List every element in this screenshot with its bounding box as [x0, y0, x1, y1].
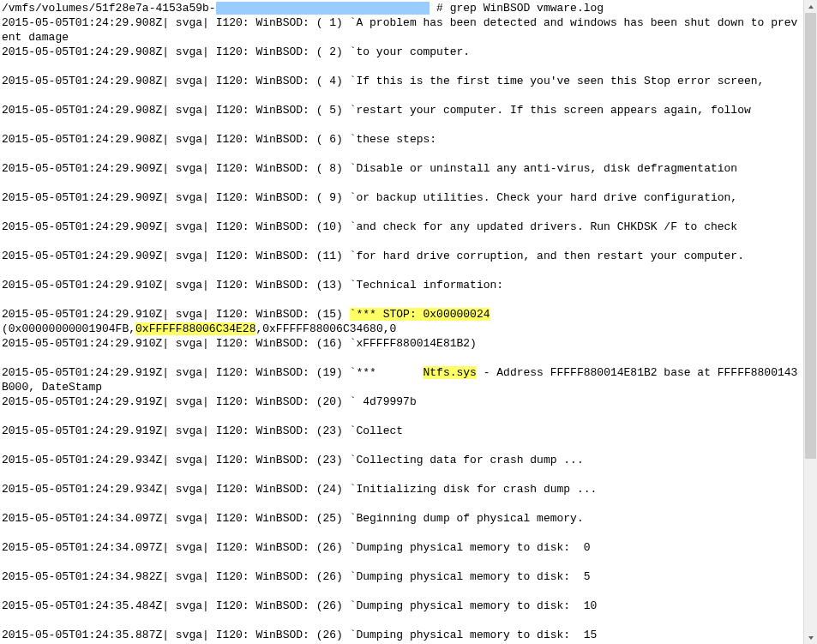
log-line: 2015-05-05T01:24:29.934Z| svga| I120: Wi… — [2, 483, 597, 496]
log-line: 2015-05-05T01:24:35.484Z| svga| I120: Wi… — [2, 599, 597, 612]
log-line: 2015-05-05T01:24:34.982Z| svga| I120: Wi… — [2, 570, 591, 583]
log-line: (0x00000000001904FB, — [2, 322, 135, 335]
scrollbar-thumb[interactable] — [805, 13, 816, 459]
log-line: 2015-05-05T01:24:29.908Z| svga| I120: Wi… — [2, 104, 751, 117]
log-line: 2015-05-05T01:24:29.919Z| svga| I120: Wi… — [2, 366, 423, 379]
scroll-up-button[interactable] — [804, 0, 817, 13]
log-line: 2015-05-05T01:24:29.909Z| svga| I120: Wi… — [2, 191, 737, 204]
log-line: 2015-05-05T01:24:29.934Z| svga| I120: Wi… — [2, 454, 584, 466]
terminal-viewport: /vmfs/volumes/51f28e7a-4153a59b- # grep … — [0, 0, 817, 644]
log-line: 2015-05-05T01:24:34.097Z| svga| I120: Wi… — [2, 512, 584, 525]
module-highlight: Ntfs.sys — [423, 366, 476, 379]
log-line: 2015-05-05T01:24:29.908Z| svga| I120: Wi… — [2, 16, 797, 44]
log-line: 2015-05-05T01:24:34.097Z| svga| I120: Wi… — [2, 541, 591, 554]
address-highlight: 0xFFFFF88006C34E28 — [135, 322, 255, 335]
vertical-scrollbar[interactable] — [803, 0, 817, 644]
scroll-down-button[interactable] — [804, 631, 817, 644]
log-line: 2015-05-05T01:24:35.887Z| svga| I120: Wi… — [2, 629, 597, 641]
log-line: 2015-05-05T01:24:29.910Z| svga| I120: Wi… — [2, 308, 350, 321]
shell-command: # grep WinBSOD vmware.log — [430, 2, 604, 15]
log-line: 2015-05-05T01:24:29.919Z| svga| I120: Wi… — [2, 395, 417, 408]
log-line: 2015-05-05T01:24:29.910Z| svga| I120: Wi… — [2, 337, 477, 350]
log-line: 2015-05-05T01:24:29.909Z| svga| I120: Wi… — [2, 220, 737, 233]
log-line: 2015-05-05T01:24:29.908Z| svga| I120: Wi… — [2, 133, 436, 146]
log-line: ,0xFFFFF88006C34680,0 — [255, 322, 396, 335]
log-line: 2015-05-05T01:24:29.908Z| svga| I120: Wi… — [2, 45, 470, 58]
log-line: 2015-05-05T01:24:29.919Z| svga| I120: Wi… — [2, 424, 403, 437]
shell-prompt-path: /vmfs/volumes/51f28e7a-4153a59b- — [2, 2, 216, 15]
log-line: 2015-05-05T01:24:29.910Z| svga| I120: Wi… — [2, 279, 503, 292]
log-line: 2015-05-05T01:24:29.909Z| svga| I120: Wi… — [2, 162, 737, 175]
log-line: 2015-05-05T01:24:29.908Z| svga| I120: Wi… — [2, 75, 764, 87]
stop-code-highlight: `*** STOP: 0x00000024 — [350, 308, 490, 321]
log-line: 2015-05-05T01:24:29.909Z| svga| I120: Wi… — [2, 250, 744, 262]
redacted-selection — [216, 2, 430, 15]
terminal-output[interactable]: /vmfs/volumes/51f28e7a-4153a59b- # grep … — [0, 0, 804, 644]
